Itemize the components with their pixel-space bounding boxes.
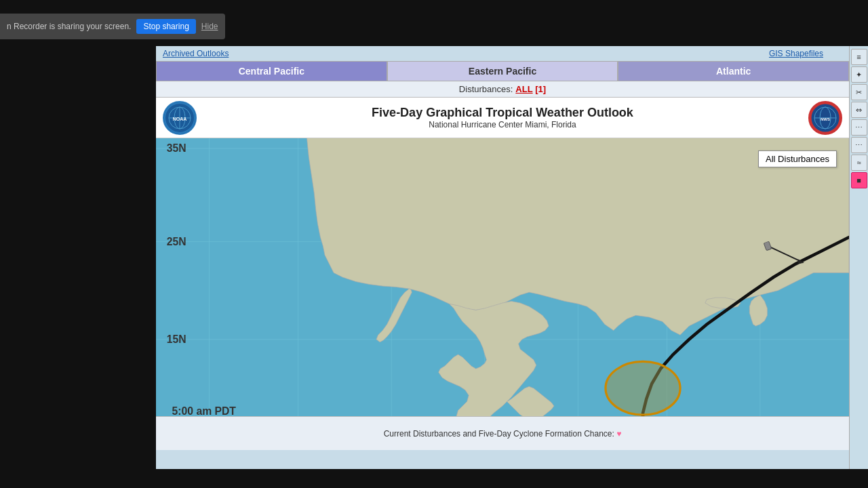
nhc-title: Five-Day Graphical Tropical Weather Outl… bbox=[372, 106, 633, 120]
tab-bar: Central Pacific Eastern Pacific Atlantic bbox=[156, 61, 849, 81]
map-area: 35N 25N 15N 5N 140W 130W 120W 110W 100W … bbox=[156, 138, 849, 416]
all-disturbances-button[interactable]: All Disturbances bbox=[758, 150, 837, 167]
svg-text:25N: 25N bbox=[167, 236, 186, 247]
nhc-header: NOAA Five-Day Graphical Tropical Weather… bbox=[156, 98, 849, 138]
archived-outlooks-link[interactable]: Archived Outlooks bbox=[156, 46, 235, 61]
disturbances-bar: Disturbances: ALL [1] bbox=[156, 81, 849, 98]
map-footer: Current Disturbances and Five-Day Cyclon… bbox=[156, 416, 849, 450]
toolbar-btn-pink[interactable]: ■ bbox=[851, 172, 867, 188]
map-svg: 35N 25N 15N 5N 140W 130W 120W 110W 100W … bbox=[156, 138, 849, 416]
svg-rect-40 bbox=[764, 241, 772, 251]
toolbar-btn-3[interactable]: ✂ bbox=[851, 84, 867, 100]
footer-text: Current Disturbances and Five-Day Cyclon… bbox=[384, 429, 614, 439]
disturbances-label: Disturbances: bbox=[459, 84, 513, 94]
left-sidebar bbox=[0, 46, 156, 469]
sharing-notification: n Recorder is sharing your screen. Stop … bbox=[0, 14, 225, 39]
toolbar-btn-4[interactable]: ⇔ bbox=[851, 102, 867, 118]
tab-atlantic[interactable]: Atlantic bbox=[618, 61, 849, 81]
toolbar-btn-5[interactable]: ⋯ bbox=[851, 119, 867, 136]
disturbances-count: [1] bbox=[535, 84, 546, 94]
tab-central-pacific[interactable]: Central Pacific bbox=[156, 61, 387, 81]
toolbar-btn-6[interactable]: ⋯ bbox=[851, 137, 867, 153]
nhc-subtitle: National Hurricane Center Miami, Florida bbox=[429, 120, 576, 129]
sharing-message: n Recorder is sharing your screen. bbox=[7, 22, 131, 31]
tab-eastern-pacific[interactable]: Eastern Pacific bbox=[387, 61, 618, 81]
disturbances-all-link[interactable]: ALL bbox=[515, 84, 532, 94]
svg-line-39 bbox=[767, 236, 802, 270]
hide-button[interactable]: Hide bbox=[201, 22, 218, 31]
toolbar-btn-2[interactable]: ✦ bbox=[851, 66, 867, 83]
svg-text:NOAA: NOAA bbox=[173, 117, 187, 121]
footer-heart-icon: ♥ bbox=[616, 429, 621, 439]
bottom-black-bar bbox=[0, 469, 868, 488]
stop-sharing-button[interactable]: Stop sharing bbox=[136, 19, 195, 34]
svg-text:5:00 am PDT: 5:00 am PDT bbox=[172, 405, 237, 416]
noaa-logo: NOAA bbox=[163, 101, 197, 135]
nhc-globe: NWS bbox=[808, 101, 842, 135]
svg-point-23 bbox=[606, 361, 680, 415]
svg-text:15N: 15N bbox=[167, 333, 186, 345]
toolbar-btn-1[interactable]: ≡ bbox=[851, 49, 867, 65]
toolbar-btn-7[interactable]: ≈ bbox=[851, 155, 867, 171]
right-toolbar: ≡ ✦ ✂ ⇔ ⋯ ⋯ ≈ ■ bbox=[849, 46, 868, 469]
svg-text:35N: 35N bbox=[167, 142, 186, 154]
map-container: NOAA Five-Day Graphical Tropical Weather… bbox=[156, 98, 849, 450]
gis-shapefiles-link[interactable]: GIS Shapefiles bbox=[762, 46, 830, 61]
svg-text:NWS: NWS bbox=[821, 117, 830, 121]
